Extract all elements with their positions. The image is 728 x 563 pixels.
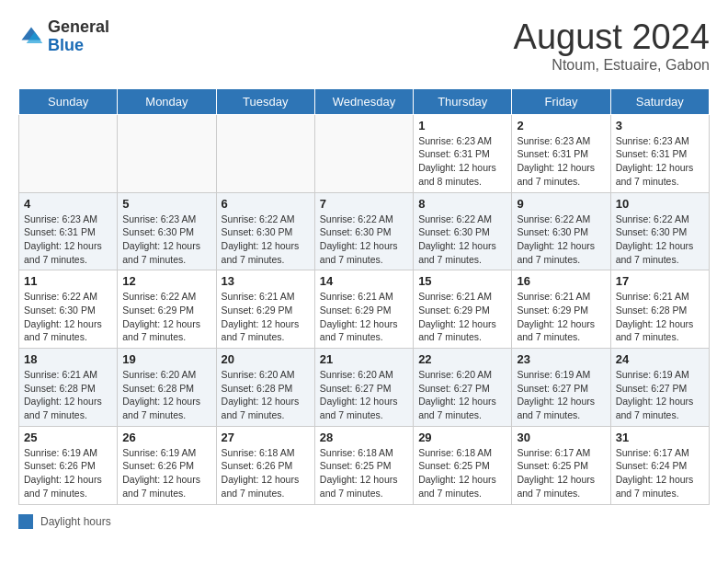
day-info: Sunrise: 6:20 AM Sunset: 6:27 PM Dayligh… [418, 368, 506, 422]
calendar-day-header: Sunday [19, 88, 118, 114]
calendar-cell: 19Sunrise: 6:20 AM Sunset: 6:28 PM Dayli… [118, 349, 216, 427]
day-info: Sunrise: 6:22 AM Sunset: 6:29 PM Dayligh… [122, 290, 210, 344]
calendar-cell [19, 114, 118, 192]
calendar-cell [216, 114, 314, 192]
day-info: Sunrise: 6:21 AM Sunset: 6:28 PM Dayligh… [24, 368, 112, 422]
day-info: Sunrise: 6:21 AM Sunset: 6:29 PM Dayligh… [418, 290, 506, 344]
day-info: Sunrise: 6:19 AM Sunset: 6:27 PM Dayligh… [616, 368, 704, 422]
calendar-day-header: Tuesday [216, 88, 314, 114]
day-info: Sunrise: 6:21 AM Sunset: 6:29 PM Dayligh… [222, 290, 310, 344]
day-number: 20 [222, 352, 310, 366]
calendar-week-row: 1Sunrise: 6:23 AM Sunset: 6:31 PM Daylig… [19, 114, 710, 192]
calendar-cell: 5Sunrise: 6:23 AM Sunset: 6:30 PM Daylig… [118, 192, 216, 270]
day-number: 10 [616, 197, 704, 211]
day-info: Sunrise: 6:20 AM Sunset: 6:27 PM Dayligh… [320, 368, 408, 422]
calendar-cell: 25Sunrise: 6:19 AM Sunset: 6:26 PM Dayli… [19, 426, 118, 504]
daylight-label: Daylight hours [40, 515, 111, 528]
calendar-cell: 24Sunrise: 6:19 AM Sunset: 6:27 PM Dayli… [610, 349, 709, 427]
day-number: 24 [616, 352, 704, 366]
day-number: 22 [418, 352, 506, 366]
calendar-cell [314, 114, 413, 192]
day-info: Sunrise: 6:18 AM Sunset: 6:25 PM Dayligh… [320, 446, 408, 500]
calendar-cell: 27Sunrise: 6:18 AM Sunset: 6:26 PM Dayli… [216, 426, 314, 504]
day-info: Sunrise: 6:21 AM Sunset: 6:28 PM Dayligh… [616, 290, 704, 344]
day-number: 17 [616, 274, 704, 288]
day-info: Sunrise: 6:19 AM Sunset: 6:26 PM Dayligh… [24, 446, 112, 500]
day-info: Sunrise: 6:18 AM Sunset: 6:26 PM Dayligh… [222, 446, 310, 500]
month-year-title: August 2024 [514, 18, 710, 57]
day-number: 2 [517, 119, 605, 132]
day-info: Sunrise: 6:20 AM Sunset: 6:28 PM Dayligh… [122, 368, 210, 422]
day-number: 3 [616, 119, 704, 132]
calendar-cell: 22Sunrise: 6:20 AM Sunset: 6:27 PM Dayli… [414, 349, 512, 427]
title-block: August 2024 Ntoum, Estuaire, Gabon [514, 18, 710, 74]
day-info: Sunrise: 6:21 AM Sunset: 6:29 PM Dayligh… [517, 290, 605, 344]
day-info: Sunrise: 6:22 AM Sunset: 6:30 PM Dayligh… [616, 213, 704, 267]
calendar-cell: 9Sunrise: 6:22 AM Sunset: 6:30 PM Daylig… [512, 192, 610, 270]
calendar-cell: 11Sunrise: 6:22 AM Sunset: 6:30 PM Dayli… [19, 270, 118, 349]
page-header: General Blue August 2024 Ntoum, Estuaire… [18, 18, 710, 74]
calendar-day-header: Monday [118, 88, 216, 114]
calendar-cell: 29Sunrise: 6:18 AM Sunset: 6:25 PM Dayli… [414, 426, 512, 504]
logo-blue-text: Blue [48, 36, 84, 54]
day-number: 30 [517, 431, 605, 444]
day-number: 14 [320, 274, 408, 288]
day-info: Sunrise: 6:23 AM Sunset: 6:30 PM Dayligh… [122, 213, 210, 267]
calendar-cell: 18Sunrise: 6:21 AM Sunset: 6:28 PM Dayli… [19, 349, 118, 427]
day-info: Sunrise: 6:22 AM Sunset: 6:30 PM Dayligh… [24, 290, 112, 344]
calendar-cell: 4Sunrise: 6:23 AM Sunset: 6:31 PM Daylig… [19, 192, 118, 270]
calendar-cell: 2Sunrise: 6:23 AM Sunset: 6:31 PM Daylig… [512, 114, 610, 192]
day-number: 16 [517, 274, 605, 288]
calendar-week-row: 18Sunrise: 6:21 AM Sunset: 6:28 PM Dayli… [19, 349, 710, 427]
calendar-cell: 8Sunrise: 6:22 AM Sunset: 6:30 PM Daylig… [414, 192, 512, 270]
calendar-cell: 1Sunrise: 6:23 AM Sunset: 6:31 PM Daylig… [414, 114, 512, 192]
day-info: Sunrise: 6:22 AM Sunset: 6:30 PM Dayligh… [418, 213, 506, 267]
calendar-cell: 15Sunrise: 6:21 AM Sunset: 6:29 PM Dayli… [414, 270, 512, 349]
calendar-day-header: Saturday [610, 88, 709, 114]
day-number: 31 [616, 431, 704, 444]
day-number: 15 [418, 274, 506, 288]
calendar-cell: 10Sunrise: 6:22 AM Sunset: 6:30 PM Dayli… [610, 192, 709, 270]
day-info: Sunrise: 6:19 AM Sunset: 6:27 PM Dayligh… [517, 368, 605, 422]
calendar-cell: 23Sunrise: 6:19 AM Sunset: 6:27 PM Dayli… [512, 349, 610, 427]
day-info: Sunrise: 6:22 AM Sunset: 6:30 PM Dayligh… [517, 213, 605, 267]
day-number: 1 [418, 119, 506, 132]
day-number: 29 [418, 431, 506, 444]
calendar-header-row: SundayMondayTuesdayWednesdayThursdayFrid… [19, 88, 710, 114]
calendar-week-row: 25Sunrise: 6:19 AM Sunset: 6:26 PM Dayli… [19, 426, 710, 504]
day-number: 5 [122, 197, 210, 211]
day-info: Sunrise: 6:21 AM Sunset: 6:29 PM Dayligh… [320, 290, 408, 344]
calendar-cell: 3Sunrise: 6:23 AM Sunset: 6:31 PM Daylig… [610, 114, 709, 192]
daylight-swatch [18, 514, 33, 529]
day-number: 27 [222, 431, 310, 444]
calendar-table: SundayMondayTuesdayWednesdayThursdayFrid… [18, 88, 710, 505]
calendar-cell: 6Sunrise: 6:22 AM Sunset: 6:30 PM Daylig… [216, 192, 314, 270]
day-number: 13 [222, 274, 310, 288]
day-info: Sunrise: 6:18 AM Sunset: 6:25 PM Dayligh… [418, 446, 506, 500]
day-info: Sunrise: 6:17 AM Sunset: 6:24 PM Dayligh… [616, 446, 704, 500]
day-number: 4 [24, 197, 112, 211]
day-number: 6 [222, 197, 310, 211]
day-number: 7 [320, 197, 408, 211]
day-number: 12 [122, 274, 210, 288]
day-info: Sunrise: 6:22 AM Sunset: 6:30 PM Dayligh… [320, 213, 408, 267]
day-info: Sunrise: 6:20 AM Sunset: 6:28 PM Dayligh… [222, 368, 310, 422]
calendar-cell: 12Sunrise: 6:22 AM Sunset: 6:29 PM Dayli… [118, 270, 216, 349]
day-number: 21 [320, 352, 408, 366]
calendar-cell: 30Sunrise: 6:17 AM Sunset: 6:25 PM Dayli… [512, 426, 610, 504]
logo-icon [18, 24, 44, 50]
calendar-cell: 7Sunrise: 6:22 AM Sunset: 6:30 PM Daylig… [314, 192, 413, 270]
calendar-cell: 28Sunrise: 6:18 AM Sunset: 6:25 PM Dayli… [314, 426, 413, 504]
day-info: Sunrise: 6:23 AM Sunset: 6:31 PM Dayligh… [517, 134, 605, 189]
calendar-week-row: 11Sunrise: 6:22 AM Sunset: 6:30 PM Dayli… [19, 270, 710, 349]
day-number: 19 [122, 352, 210, 366]
day-number: 8 [418, 197, 506, 211]
logo: General Blue [18, 18, 109, 55]
day-number: 25 [24, 431, 112, 444]
calendar-week-row: 4Sunrise: 6:23 AM Sunset: 6:31 PM Daylig… [19, 192, 710, 270]
day-number: 26 [122, 431, 210, 444]
day-info: Sunrise: 6:23 AM Sunset: 6:31 PM Dayligh… [418, 134, 506, 189]
calendar-cell: 31Sunrise: 6:17 AM Sunset: 6:24 PM Dayli… [610, 426, 709, 504]
day-number: 23 [517, 352, 605, 366]
calendar-day-header: Thursday [414, 88, 512, 114]
